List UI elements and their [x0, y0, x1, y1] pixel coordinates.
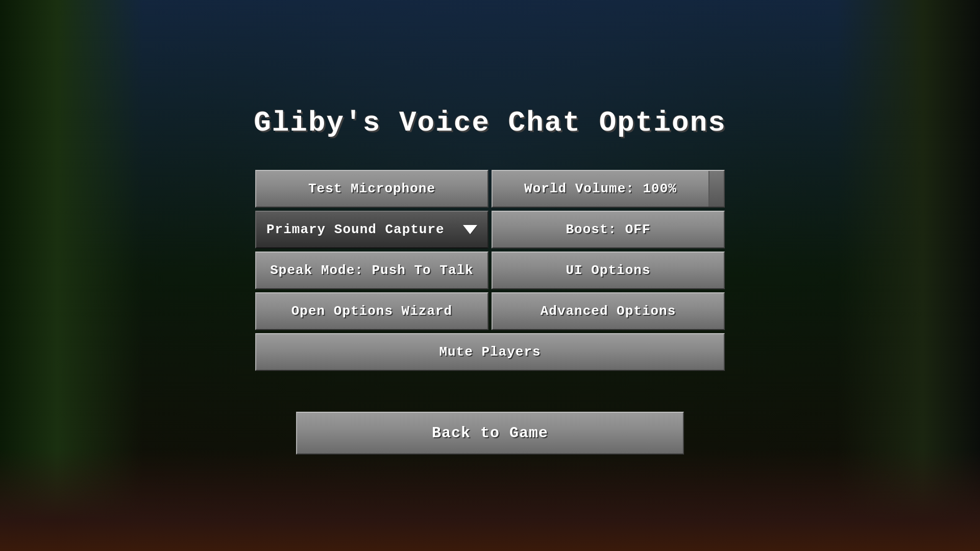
speak-mode-button[interactable]: Speak Mode: Push To Talk: [255, 252, 488, 289]
back-btn-container: Back to Game: [296, 412, 684, 455]
back-to-game-button[interactable]: Back to Game: [296, 412, 684, 455]
ui-options-button[interactable]: UI Options: [492, 252, 725, 289]
menu-container: Gliby's Voice Chat Options Test Micropho…: [0, 0, 980, 551]
dropdown-icon: [463, 225, 477, 234]
mute-players-button[interactable]: Mute Players: [255, 333, 725, 371]
primary-sound-capture-button[interactable]: Primary Sound Capture: [255, 211, 488, 248]
advanced-options-button[interactable]: Advanced Options: [492, 292, 725, 330]
page-title: Gliby's Voice Chat Options: [254, 107, 726, 139]
buttons-grid: Test Microphone World Volume: 100% Prima…: [255, 170, 725, 371]
world-volume-button[interactable]: World Volume: 100%: [492, 170, 725, 208]
boost-button[interactable]: Boost: OFF: [492, 211, 725, 248]
primary-sound-label: Primary Sound Capture: [266, 222, 445, 237]
volume-slider-fill: [709, 171, 724, 207]
test-microphone-button[interactable]: Test Microphone: [255, 170, 488, 208]
world-volume-label: World Volume: 100%: [493, 181, 708, 196]
volume-slider: [708, 171, 724, 207]
open-options-wizard-button[interactable]: Open Options Wizard: [255, 292, 488, 330]
